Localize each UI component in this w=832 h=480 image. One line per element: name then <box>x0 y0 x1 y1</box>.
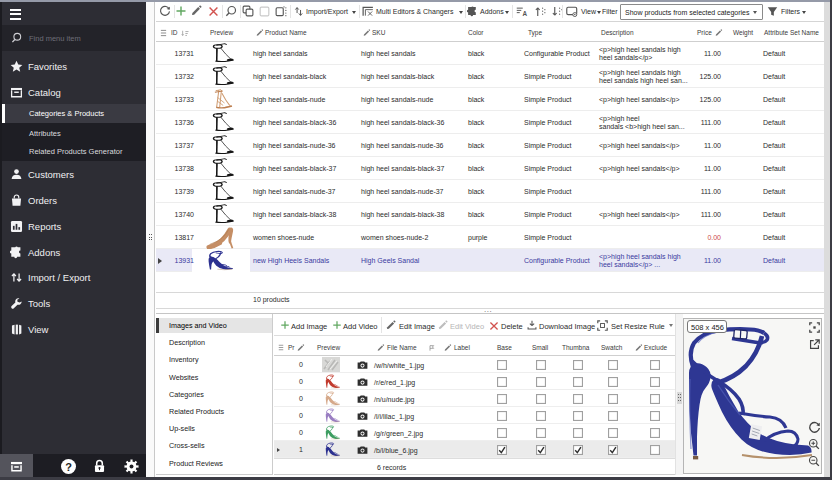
svg-text:A: A <box>522 10 527 17</box>
